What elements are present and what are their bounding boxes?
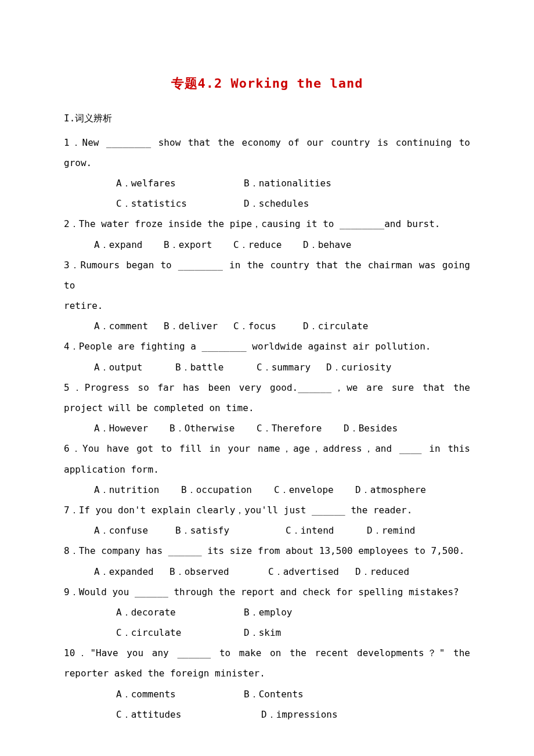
q10-option-c: C．attitudes [116,704,261,725]
q10-option-a: A．comments [116,684,244,704]
q4-option-a: A．output [94,357,175,377]
question-7: 7．If you don't explain clearly，you'll ju… [64,500,470,520]
q4-option-c: C．summary [257,357,326,377]
question-8: 8．The company has ______ its size from a… [64,541,470,561]
question-3-line1: 3．Rumours began to ________ in the count… [64,255,470,296]
q10-option-d: D．impressions [261,704,338,725]
question-4: 4．People are fighting a ________ worldwi… [64,336,470,357]
question-2: 2．The water froze inside the pipe，causin… [64,214,470,234]
q2-option-c: C．reduce [233,235,303,255]
q1-option-b: B．nationalities [244,173,331,193]
q3-option-b: B．deliver [164,316,233,336]
q8-option-b: B．observed [169,561,268,582]
q2-option-a: A．expand [94,235,164,255]
q9-option-c: C．circulate [116,622,244,643]
question-5: 5．Progress so far has been very good.___… [64,377,470,418]
q3-option-c: C．focus [233,316,303,336]
q6-option-b: B．occupation [181,480,274,500]
question-10: 10．"Have you any ______ to make on the r… [64,643,470,683]
q3-option-a: A．comment [94,316,164,336]
q5-option-c: C．Therefore [257,418,344,438]
q10-option-b: B．Contents [244,684,304,704]
q2-option-b: B．export [164,235,233,255]
q8-option-c: C．advertised [268,561,355,582]
q3-option-d: D．circulate [303,316,368,336]
q1-option-c: C．statistics [116,193,244,214]
q7-option-c: C．intend [286,520,367,541]
section-heading: I.词义辨析 [64,108,470,128]
q1-option-d: D．schedules [244,193,309,214]
q5-option-a: A．However [94,418,169,438]
q7-option-b: B．satisfy [175,520,286,541]
question-6: 6．You have got to fill in your name，age，… [64,438,470,479]
q6-option-d: D．atmosphere [355,480,426,500]
q5-option-b: B．Otherwise [169,418,257,438]
q2-option-d: D．behave [303,235,351,255]
q4-option-d: D．curiosity [326,357,391,377]
q5-option-d: D．Besides [344,418,398,438]
q9-option-a: A．decorate [116,602,244,622]
q4-option-b: B．battle [175,357,257,377]
q7-option-a: A．confuse [94,520,175,541]
page-title: 专题4.2 Working the land [64,70,470,98]
question-1: 1．New ________ show that the economy of … [64,132,470,173]
q8-option-a: A．expanded [94,561,169,582]
q6-option-c: C．envelope [274,480,355,500]
q9-option-d: D．skim [244,622,281,643]
q6-option-a: A．nutrition [94,480,181,500]
q7-option-d: D．remind [367,520,415,541]
q9-option-b: B．employ [244,602,292,622]
question-3-line2: retire. [64,296,470,316]
q1-option-a: A．welfares [116,173,244,193]
question-9: 9．Would you ______ through the report an… [64,582,470,602]
q8-option-d: D．reduced [355,561,409,582]
